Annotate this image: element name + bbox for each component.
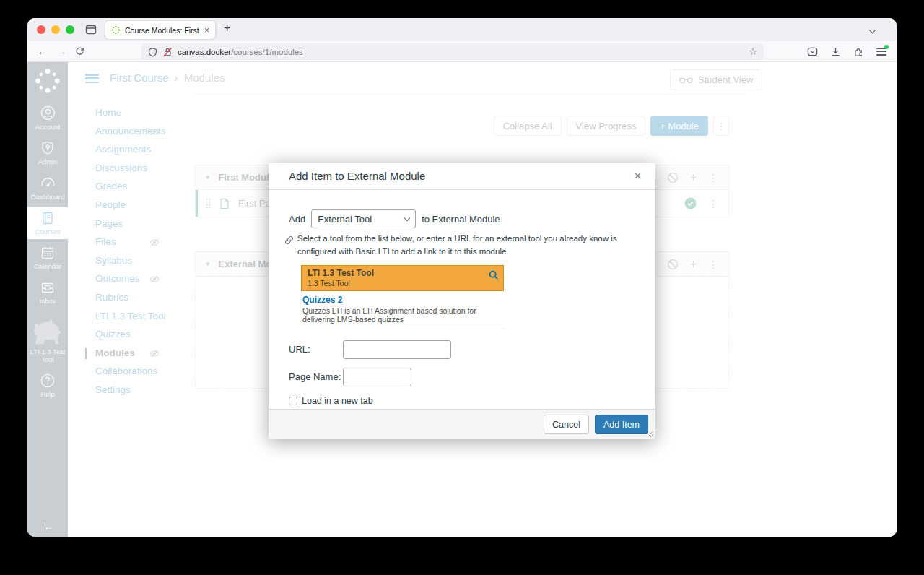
tool-name: LTI 1.3 Test Tool (308, 268, 486, 278)
tool-list-divider (301, 329, 504, 329)
zoom-window-button[interactable] (66, 25, 74, 34)
add-label: Add (289, 214, 305, 225)
download-icon[interactable] (830, 46, 841, 57)
new-tab-button[interactable]: + (224, 22, 230, 35)
forward-button[interactable]: → (56, 45, 66, 58)
item-type-select[interactable]: External Tool (311, 209, 416, 228)
firefox-view-icon[interactable] (85, 24, 97, 35)
browser-window: Course Modules: First Course × + ← → (27, 18, 897, 537)
url-path: /courses/1/modules (231, 48, 303, 56)
tab-title: Course Modules: First Course (125, 26, 200, 35)
url-text: canvas.docker/courses/1/modules (178, 48, 303, 56)
page-name-input[interactable] (343, 368, 411, 386)
url-bar[interactable]: canvas.docker/courses/1/modules ☆ (141, 43, 764, 60)
dialog-body: Add External Tool to External Module (269, 209, 655, 431)
load-new-tab-checkbox[interactable] (289, 397, 297, 405)
close-window-button[interactable] (37, 25, 45, 34)
back-button[interactable]: ← (38, 45, 48, 58)
url-host: canvas.docker (178, 48, 231, 56)
dialog-header: Add Item to External Module × (269, 163, 655, 190)
toolbar-right-icons (807, 41, 886, 62)
link-icon (284, 235, 294, 259)
tracking-protection-shield-icon[interactable] (148, 47, 157, 57)
pocket-icon[interactable] (807, 46, 818, 57)
destination-label: to External Module (422, 214, 500, 225)
page-name-label: Page Name: (289, 371, 343, 382)
canvas-favicon (111, 25, 121, 35)
menu-notification-dot (884, 45, 889, 49)
extensions-puzzle-icon[interactable] (853, 46, 864, 57)
item-type-row: Add External Tool to External Module (289, 209, 635, 228)
window-controls (37, 25, 74, 34)
dialog-title: Add Item to External Module (289, 170, 425, 182)
description-row: Select a tool from the list below, or en… (284, 233, 635, 259)
load-new-tab-label: Load in a new tab (302, 396, 373, 406)
add-item-button[interactable]: Add Item (595, 415, 648, 434)
new-tab-row: Load in a new tab (289, 396, 635, 406)
insecure-lock-icon[interactable] (162, 47, 173, 57)
tool-instructions: Select a tool from the list below, or en… (297, 233, 635, 259)
list-tabs-chevron-icon[interactable] (869, 27, 876, 34)
browser-tab-bar: Course Modules: First Course × + (27, 18, 897, 41)
tool-option-lti-test-tool[interactable]: LTI 1.3 Test Tool 1.3 Test Tool (301, 265, 504, 291)
external-tool-list: LTI 1.3 Test Tool 1.3 Test Tool Quizzes … (301, 265, 504, 329)
tool-description: Quizzes LTI is an LTI Assignment based s… (302, 306, 502, 324)
dialog-close-icon[interactable]: × (632, 167, 644, 186)
page-name-field-row: Page Name: (289, 368, 635, 386)
minimize-window-button[interactable] (51, 25, 60, 34)
url-field-row: URL: (289, 340, 635, 359)
cancel-button[interactable]: Cancel (544, 415, 589, 434)
url-label: URL: (289, 344, 343, 355)
tab-close-icon[interactable]: × (204, 26, 209, 35)
firefox-menu-icon[interactable] (876, 48, 886, 56)
url-input[interactable] (343, 340, 451, 359)
dialog-footer: Cancel Add Item (269, 409, 655, 439)
add-item-dialog: Add Item to External Module × Add Extern… (269, 163, 655, 439)
tool-description: 1.3 Test Tool (308, 279, 486, 288)
tool-option-quizzes-2[interactable]: Quizzes 2 Quizzes LTI is an LTI Assignme… (301, 291, 504, 325)
canvas-page: Account Admin Dashboard (27, 62, 897, 537)
bookmark-star-icon[interactable]: ☆ (749, 46, 757, 57)
browser-tab[interactable]: Course Modules: First Course × (105, 21, 215, 39)
magnifier-icon[interactable] (489, 270, 499, 280)
tool-name: Quizzes 2 (302, 295, 502, 305)
item-type-select-wrapper: External Tool (311, 209, 416, 228)
browser-toolbar: ← → canvas.docker/courses/1/modules ☆ (27, 41, 897, 62)
dialog-resize-handle[interactable] (647, 431, 654, 438)
reload-icon[interactable] (75, 46, 84, 56)
